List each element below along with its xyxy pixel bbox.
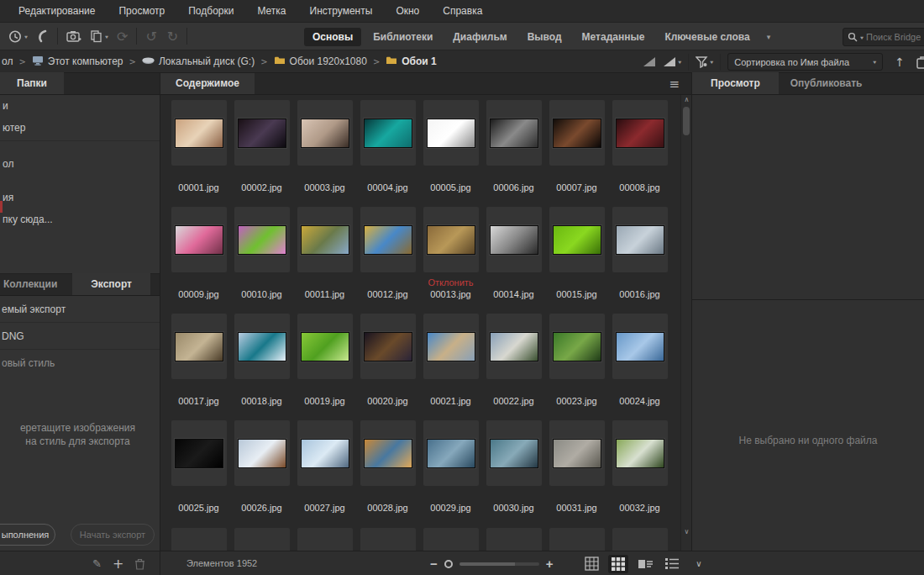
thumbnail-image-flooded-pier[interactable] [490, 439, 538, 468]
thumbnail-image-red-room[interactable] [616, 119, 664, 148]
thumbnail-image-fighter-jet[interactable] [301, 439, 349, 468]
filename-label[interactable]: 00021.jpg [430, 395, 470, 408]
sync-button[interactable]: ⟳ [117, 29, 128, 45]
thumbnail-image-caterpillar-pink[interactable] [238, 225, 286, 255]
filename-label[interactable]: 00026.jpg [241, 502, 281, 514]
thumbnail-quality-menu[interactable]: ▾ [663, 56, 681, 67]
thumbnail-card[interactable] [549, 420, 605, 486]
thumbnail-image-bw-closeup[interactable] [490, 119, 538, 148]
thumbnail-card[interactable] [486, 207, 542, 272]
filename-label[interactable]: 00025.jpg [178, 502, 218, 514]
scroll-up-icon[interactable]: ∧ [683, 96, 690, 103]
menu-item-Метка[interactable]: Метка [245, 0, 297, 23]
thumbnail-card[interactable] [549, 314, 605, 379]
thumbnail-image-eagle-water[interactable] [427, 439, 475, 468]
add-preset-button[interactable]: + [113, 556, 123, 572]
favorites-item[interactable]: ол [0, 153, 160, 175]
run-queue-button[interactable]: ыполнения [0, 524, 55, 546]
filename-label[interactable]: 00028.jpg [367, 502, 407, 514]
menu-item-Просмотр[interactable]: Просмотр [107, 0, 176, 23]
copy-files-button[interactable]: ▾ [90, 29, 108, 43]
partial-thumbnail-card[interactable] [423, 528, 479, 551]
thumbnail-image-teal-glow-figure[interactable] [364, 119, 412, 148]
thumbnail-image-dark-warm-legs[interactable] [553, 119, 601, 148]
thumbnail-view-button[interactable] [608, 555, 628, 573]
filename-label[interactable]: 00012.jpg [367, 288, 407, 301]
view-options-chevron[interactable]: ∨ [689, 555, 709, 573]
filename-label[interactable]: 00016.jpg [619, 288, 659, 301]
thumbnail-image-night-city[interactable] [364, 332, 412, 361]
thumbnail-image-sky-blossom[interactable] [427, 332, 475, 361]
thumbnail-card[interactable] [486, 314, 542, 379]
thumbnail-image-desert-aerial[interactable] [553, 439, 601, 468]
workspace-tab[interactable]: Ключевые слова [656, 28, 758, 46]
workspace-tab[interactable]: Диафильм [444, 28, 515, 46]
filename-label[interactable]: 00008.jpg [619, 182, 659, 194]
filename-label[interactable]: 00007.jpg [556, 182, 596, 194]
menu-item-Подборки[interactable]: Подборки [176, 0, 245, 23]
thumbnail-image-woman-reclining[interactable] [301, 119, 349, 148]
thumbnail-card[interactable] [423, 314, 479, 379]
thumbnail-card[interactable] [423, 100, 479, 166]
menu-item-Справка[interactable]: Справка [431, 0, 494, 23]
clipped-edge-icon[interactable] [916, 55, 924, 69]
partial-thumbnail-card[interactable] [486, 528, 542, 551]
filename-label[interactable]: 00022.jpg [493, 395, 533, 408]
filename-label[interactable]: 00002.jpg [241, 182, 281, 194]
filename-label[interactable]: 00030.jpg [493, 502, 533, 514]
favorites-item[interactable]: пку сюда... [0, 208, 160, 230]
sort-dropdown[interactable]: Сортировка по Имя файла ▾ [727, 53, 883, 71]
filter-button[interactable]: ▾ [696, 56, 713, 68]
breadcrumb-item[interactable]: Обои 1920x1080 [274, 55, 367, 67]
favorites-item[interactable]: ютер [0, 117, 160, 139]
zoom-in-button[interactable]: + [546, 557, 554, 571]
thumbnail-image-blonde-portrait[interactable] [175, 119, 223, 148]
filename-label[interactable]: 00009.jpg [178, 288, 218, 301]
thumbnail-card[interactable] [360, 420, 416, 486]
thumbnail-image-green-snake[interactable] [553, 225, 601, 255]
filename-label[interactable]: 00031.jpg [556, 502, 596, 514]
thumbnail-card[interactable] [612, 314, 668, 379]
thumbnail-card[interactable] [612, 207, 668, 272]
filename-label[interactable]: 00020.jpg [367, 395, 407, 408]
partial-thumbnail-card[interactable] [549, 528, 605, 551]
thumbnail-card[interactable] [360, 207, 416, 272]
workspace-tab[interactable]: Вывод [519, 28, 570, 46]
partial-thumbnail-card[interactable] [612, 528, 668, 551]
thumbnail-card[interactable] [234, 420, 290, 486]
scroll-down-icon[interactable]: ∨ [683, 528, 690, 535]
tab-export[interactable]: Экспорт [72, 273, 150, 295]
workspace-tab[interactable]: Основы [304, 28, 361, 46]
thumbnail-card[interactable] [423, 420, 479, 486]
breadcrumb-item[interactable]: ол [2, 55, 13, 67]
return-to-app-icon[interactable] [36, 29, 49, 43]
workspace-more-chevron[interactable]: ▾ [762, 33, 776, 41]
filename-label[interactable]: 00015.jpg [556, 288, 596, 301]
thumbnail-image-surfer-wave[interactable] [238, 332, 286, 361]
thumbnail-image-autumn-blue-sky[interactable] [364, 225, 412, 255]
filename-label[interactable]: 00001.jpg [178, 182, 218, 194]
thumbnail-card[interactable] [234, 314, 290, 379]
thumbnail-image-woman-pink-drink[interactable] [175, 225, 223, 255]
thumbnail-image-autumn-mountains[interactable] [301, 225, 349, 255]
thumbnail-card[interactable] [297, 314, 353, 379]
details-view-button[interactable] [635, 555, 655, 573]
favorites-item[interactable]: ия [0, 187, 160, 208]
delete-preset-button[interactable] [134, 558, 145, 570]
breadcrumb-item[interactable]: Обои 1 [386, 55, 436, 67]
thumbnail-card[interactable] [171, 314, 227, 379]
workspace-tab[interactable]: Метаданные [574, 28, 654, 46]
thumbnail-card[interactable] [486, 100, 542, 166]
filename-label[interactable]: 00006.jpg [493, 182, 533, 194]
favorites-item[interactable]: и [0, 95, 160, 117]
thumbnail-card[interactable] [297, 420, 353, 486]
slider-knob[interactable] [444, 560, 453, 568]
breadcrumb-item[interactable]: Локальный диск (G:) [142, 55, 255, 67]
thumbnail-card[interactable] [360, 100, 416, 166]
thumbnail-card[interactable] [234, 100, 290, 166]
thumbnail-image-green-hills[interactable] [553, 332, 601, 361]
grid-lock-view-button[interactable] [581, 555, 601, 573]
search-input[interactable]: ▾ Поиск Bridge [843, 28, 924, 46]
list-view-button[interactable] [662, 555, 682, 573]
edit-preset-button[interactable]: ✎ [92, 557, 102, 570]
